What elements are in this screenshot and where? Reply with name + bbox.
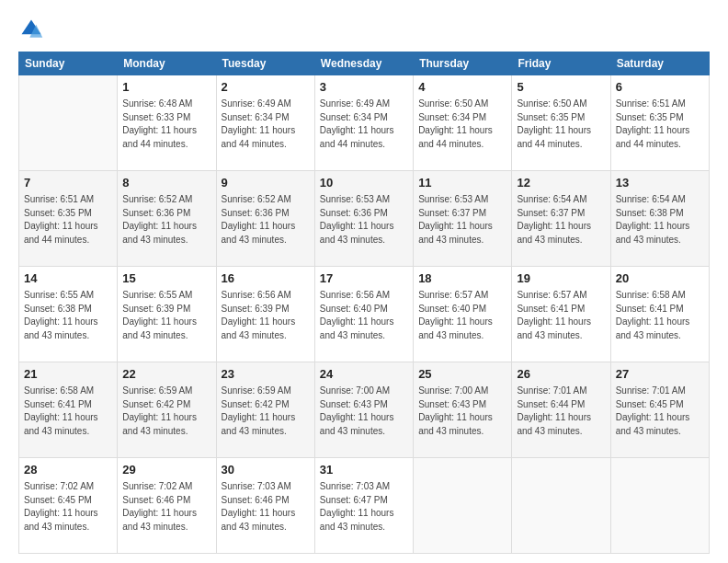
- calendar-week-row: 1Sunrise: 6:48 AMSunset: 6:33 PMDaylight…: [19, 75, 710, 171]
- day-info: Sunrise: 6:57 AMSunset: 6:41 PMDaylight:…: [517, 289, 605, 342]
- calendar-day-cell: 12Sunrise: 6:54 AMSunset: 6:37 PMDayligh…: [512, 171, 610, 267]
- calendar-empty-cell: [19, 75, 118, 171]
- day-info: Sunrise: 6:50 AMSunset: 6:34 PMDaylight:…: [418, 98, 506, 151]
- calendar-day-cell: 2Sunrise: 6:49 AMSunset: 6:34 PMDaylight…: [216, 75, 314, 171]
- day-info: Sunrise: 6:53 AMSunset: 6:37 PMDaylight:…: [418, 193, 506, 247]
- day-info: Sunrise: 7:00 AMSunset: 6:43 PMDaylight:…: [418, 385, 506, 438]
- calendar-day-cell: 22Sunrise: 6:59 AMSunset: 6:42 PMDayligh…: [118, 362, 216, 458]
- calendar-day-cell: 10Sunrise: 6:53 AMSunset: 6:36 PMDayligh…: [314, 171, 413, 267]
- day-info: Sunrise: 6:49 AMSunset: 6:34 PMDaylight:…: [222, 98, 310, 151]
- day-number: 15: [122, 270, 210, 287]
- col-header-saturday: Saturday: [610, 52, 709, 75]
- day-info: Sunrise: 6:52 AMSunset: 6:36 PMDaylight:…: [222, 193, 310, 247]
- calendar-day-cell: 19Sunrise: 6:57 AMSunset: 6:41 PMDayligh…: [512, 267, 610, 362]
- day-info: Sunrise: 7:02 AMSunset: 6:46 PMDaylight:…: [122, 480, 210, 534]
- day-number: 23: [222, 366, 310, 383]
- day-info: Sunrise: 6:51 AMSunset: 6:35 PMDaylight:…: [24, 193, 112, 247]
- calendar-day-cell: 5Sunrise: 6:50 AMSunset: 6:35 PMDaylight…: [512, 75, 610, 171]
- day-info: Sunrise: 6:52 AMSunset: 6:36 PMDaylight:…: [122, 193, 210, 247]
- calendar-day-cell: 24Sunrise: 7:00 AMSunset: 6:43 PMDayligh…: [314, 362, 413, 458]
- day-info: Sunrise: 6:56 AMSunset: 6:39 PMDaylight:…: [222, 289, 310, 342]
- col-header-monday: Monday: [118, 52, 216, 75]
- day-info: Sunrise: 6:49 AMSunset: 6:34 PMDaylight:…: [320, 98, 408, 151]
- col-header-wednesday: Wednesday: [314, 52, 413, 75]
- day-info: Sunrise: 7:01 AMSunset: 6:44 PMDaylight:…: [517, 385, 605, 438]
- day-number: 11: [418, 175, 506, 191]
- day-number: 14: [24, 270, 112, 287]
- day-number: 25: [418, 366, 506, 383]
- day-number: 30: [222, 462, 310, 478]
- day-number: 18: [418, 270, 506, 287]
- day-number: 4: [418, 79, 506, 96]
- calendar-day-cell: 8Sunrise: 6:52 AMSunset: 6:36 PMDaylight…: [118, 171, 216, 267]
- calendar-empty-cell: [414, 458, 512, 554]
- calendar-day-cell: 16Sunrise: 6:56 AMSunset: 6:39 PMDayligh…: [216, 267, 314, 362]
- day-number: 28: [24, 462, 112, 478]
- day-number: 24: [320, 366, 408, 383]
- calendar-day-cell: 27Sunrise: 7:01 AMSunset: 6:45 PMDayligh…: [610, 362, 709, 458]
- col-header-thursday: Thursday: [414, 52, 512, 75]
- calendar-day-cell: 4Sunrise: 6:50 AMSunset: 6:34 PMDaylight…: [414, 75, 512, 171]
- day-number: 17: [320, 270, 408, 287]
- calendar-day-cell: 7Sunrise: 6:51 AMSunset: 6:35 PMDaylight…: [19, 171, 118, 267]
- calendar-day-cell: 18Sunrise: 6:57 AMSunset: 6:40 PMDayligh…: [414, 267, 512, 362]
- calendar-day-cell: 31Sunrise: 7:03 AMSunset: 6:47 PMDayligh…: [314, 458, 413, 554]
- calendar-day-cell: 20Sunrise: 6:58 AMSunset: 6:41 PMDayligh…: [610, 267, 709, 362]
- day-info: Sunrise: 6:55 AMSunset: 6:39 PMDaylight:…: [122, 289, 210, 342]
- calendar-day-cell: 26Sunrise: 7:01 AMSunset: 6:44 PMDayligh…: [512, 362, 610, 458]
- calendar-day-cell: 30Sunrise: 7:03 AMSunset: 6:46 PMDayligh…: [216, 458, 314, 554]
- calendar-day-cell: 9Sunrise: 6:52 AMSunset: 6:36 PMDaylight…: [216, 171, 314, 267]
- calendar-day-cell: 29Sunrise: 7:02 AMSunset: 6:46 PMDayligh…: [118, 458, 216, 554]
- calendar-day-cell: 17Sunrise: 6:56 AMSunset: 6:40 PMDayligh…: [314, 267, 413, 362]
- col-header-sunday: Sunday: [19, 52, 118, 75]
- page-header: [18, 17, 710, 42]
- day-number: 7: [24, 175, 112, 191]
- day-info: Sunrise: 6:55 AMSunset: 6:38 PMDaylight:…: [24, 289, 112, 342]
- day-info: Sunrise: 6:56 AMSunset: 6:40 PMDaylight:…: [320, 289, 408, 342]
- day-info: Sunrise: 6:59 AMSunset: 6:42 PMDaylight:…: [122, 385, 210, 438]
- calendar-week-row: 28Sunrise: 7:02 AMSunset: 6:45 PMDayligh…: [19, 458, 710, 554]
- day-number: 9: [222, 175, 310, 191]
- calendar-day-cell: 3Sunrise: 6:49 AMSunset: 6:34 PMDaylight…: [314, 75, 413, 171]
- day-number: 10: [320, 175, 408, 191]
- day-number: 26: [517, 366, 605, 383]
- day-number: 1: [122, 79, 210, 96]
- calendar-week-row: 14Sunrise: 6:55 AMSunset: 6:38 PMDayligh…: [19, 267, 710, 362]
- day-info: Sunrise: 6:58 AMSunset: 6:41 PMDaylight:…: [24, 385, 112, 438]
- col-header-tuesday: Tuesday: [216, 52, 314, 75]
- day-number: 22: [122, 366, 210, 383]
- day-info: Sunrise: 7:02 AMSunset: 6:45 PMDaylight:…: [24, 480, 112, 534]
- calendar-day-cell: 13Sunrise: 6:54 AMSunset: 6:38 PMDayligh…: [610, 171, 709, 267]
- day-info: Sunrise: 6:54 AMSunset: 6:37 PMDaylight:…: [517, 193, 605, 247]
- calendar-day-cell: 21Sunrise: 6:58 AMSunset: 6:41 PMDayligh…: [19, 362, 118, 458]
- day-info: Sunrise: 7:00 AMSunset: 6:43 PMDaylight:…: [320, 385, 408, 438]
- calendar-table: SundayMondayTuesdayWednesdayThursdayFrid…: [18, 52, 710, 554]
- day-number: 19: [517, 270, 605, 287]
- day-number: 31: [320, 462, 408, 478]
- calendar-day-cell: 11Sunrise: 6:53 AMSunset: 6:37 PMDayligh…: [414, 171, 512, 267]
- day-info: Sunrise: 7:01 AMSunset: 6:45 PMDaylight:…: [616, 385, 704, 438]
- day-info: Sunrise: 7:03 AMSunset: 6:46 PMDaylight:…: [222, 480, 310, 534]
- calendar-day-cell: 1Sunrise: 6:48 AMSunset: 6:33 PMDaylight…: [118, 75, 216, 171]
- calendar-day-cell: 6Sunrise: 6:51 AMSunset: 6:35 PMDaylight…: [610, 75, 709, 171]
- day-number: 6: [616, 79, 704, 96]
- day-info: Sunrise: 6:48 AMSunset: 6:33 PMDaylight:…: [122, 98, 210, 151]
- calendar-week-row: 21Sunrise: 6:58 AMSunset: 6:41 PMDayligh…: [19, 362, 710, 458]
- day-info: Sunrise: 6:58 AMSunset: 6:41 PMDaylight:…: [616, 289, 704, 342]
- logo: [18, 17, 48, 42]
- day-number: 3: [320, 79, 408, 96]
- calendar-day-cell: 28Sunrise: 7:02 AMSunset: 6:45 PMDayligh…: [19, 458, 118, 554]
- day-info: Sunrise: 6:57 AMSunset: 6:40 PMDaylight:…: [418, 289, 506, 342]
- col-header-friday: Friday: [512, 52, 610, 75]
- calendar-day-cell: 25Sunrise: 7:00 AMSunset: 6:43 PMDayligh…: [414, 362, 512, 458]
- calendar-empty-cell: [610, 458, 709, 554]
- day-number: 27: [616, 366, 704, 383]
- day-info: Sunrise: 6:54 AMSunset: 6:38 PMDaylight:…: [616, 193, 704, 247]
- calendar-day-cell: 14Sunrise: 6:55 AMSunset: 6:38 PMDayligh…: [19, 267, 118, 362]
- day-number: 8: [122, 175, 210, 191]
- day-info: Sunrise: 6:50 AMSunset: 6:35 PMDaylight:…: [517, 98, 605, 151]
- day-number: 20: [616, 270, 704, 287]
- calendar-empty-cell: [512, 458, 610, 554]
- day-number: 12: [517, 175, 605, 191]
- day-info: Sunrise: 6:53 AMSunset: 6:36 PMDaylight:…: [320, 193, 408, 247]
